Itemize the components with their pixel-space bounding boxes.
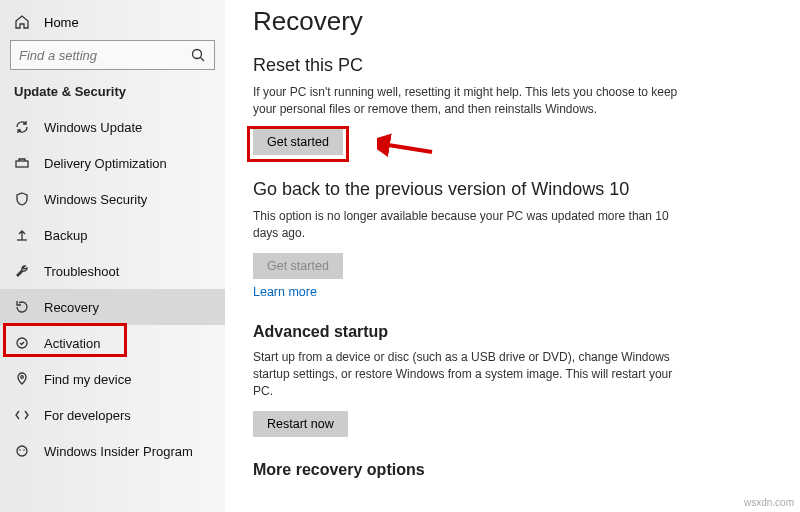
goback-get-started-button: Get started xyxy=(253,253,343,279)
sidebar-item-label: Troubleshoot xyxy=(44,264,119,279)
sidebar-item-label: Windows Security xyxy=(44,192,147,207)
sidebar-item-insider[interactable]: Windows Insider Program xyxy=(0,433,225,469)
sidebar-item-troubleshoot[interactable]: Troubleshoot xyxy=(0,253,225,289)
recovery-icon xyxy=(14,299,30,315)
svg-point-6 xyxy=(19,449,21,451)
search-icon xyxy=(190,47,206,63)
insider-icon xyxy=(14,443,30,459)
svg-point-4 xyxy=(21,376,24,379)
reset-desc: If your PC isn't running well, resetting… xyxy=(253,84,693,119)
sidebar: Home Update & Security Windows Update De… xyxy=(0,0,225,512)
section-go-back: Go back to the previous version of Windo… xyxy=(253,179,693,299)
learn-more-link[interactable]: Learn more xyxy=(253,285,317,299)
developers-icon xyxy=(14,407,30,423)
restart-now-button[interactable]: Restart now xyxy=(253,411,348,437)
activation-icon xyxy=(14,335,30,351)
search-input[interactable] xyxy=(19,48,179,63)
sidebar-item-label: Activation xyxy=(44,336,100,351)
search-box[interactable] xyxy=(10,40,215,70)
svg-point-3 xyxy=(17,338,27,348)
main-content: Recovery Reset this PC If your PC isn't … xyxy=(225,0,800,512)
advanced-heading: Advanced startup xyxy=(253,323,693,341)
more-heading: More recovery options xyxy=(253,461,693,479)
svg-point-0 xyxy=(193,50,202,59)
location-icon xyxy=(14,371,30,387)
sidebar-item-backup[interactable]: Backup xyxy=(0,217,225,253)
svg-line-1 xyxy=(201,58,205,62)
sidebar-item-label: For developers xyxy=(44,408,131,423)
section-reset-pc: Reset this PC If your PC isn't running w… xyxy=(253,55,693,155)
svg-rect-2 xyxy=(16,161,28,167)
advanced-desc: Start up from a device or disc (such as … xyxy=(253,349,693,401)
sidebar-item-label: Delivery Optimization xyxy=(44,156,167,171)
goback-desc: This option is no longer available becau… xyxy=(253,208,693,243)
section-advanced-startup: Advanced startup Start up from a device … xyxy=(253,323,693,437)
reset-heading: Reset this PC xyxy=(253,55,693,76)
backup-icon xyxy=(14,227,30,243)
watermark: wsxdn.com xyxy=(744,497,794,508)
sidebar-item-windows-security[interactable]: Windows Security xyxy=(0,181,225,217)
wrench-icon xyxy=(14,263,30,279)
svg-point-7 xyxy=(23,449,25,451)
sidebar-item-recovery[interactable]: Recovery xyxy=(0,289,225,325)
sidebar-item-label: Recovery xyxy=(44,300,99,315)
sidebar-item-activation[interactable]: Activation xyxy=(0,325,225,361)
shield-icon xyxy=(14,191,30,207)
sidebar-item-label: Backup xyxy=(44,228,87,243)
page-title: Recovery xyxy=(253,6,760,37)
sidebar-item-windows-update[interactable]: Windows Update xyxy=(0,109,225,145)
sidebar-item-label: Windows Update xyxy=(44,120,142,135)
delivery-icon xyxy=(14,155,30,171)
home-label: Home xyxy=(44,15,79,30)
sidebar-item-for-developers[interactable]: For developers xyxy=(0,397,225,433)
sidebar-section-title: Update & Security xyxy=(0,84,225,109)
sidebar-item-label: Find my device xyxy=(44,372,131,387)
home-icon xyxy=(14,14,30,30)
reset-get-started-button[interactable]: Get started xyxy=(253,129,343,155)
svg-point-5 xyxy=(17,446,27,456)
home-link[interactable]: Home xyxy=(0,8,225,40)
sidebar-item-label: Windows Insider Program xyxy=(44,444,193,459)
sidebar-item-find-my-device[interactable]: Find my device xyxy=(0,361,225,397)
section-more-recovery: More recovery options xyxy=(253,461,693,479)
sidebar-item-delivery-optimization[interactable]: Delivery Optimization xyxy=(0,145,225,181)
sync-icon xyxy=(14,119,30,135)
goback-heading: Go back to the previous version of Windo… xyxy=(253,179,693,200)
